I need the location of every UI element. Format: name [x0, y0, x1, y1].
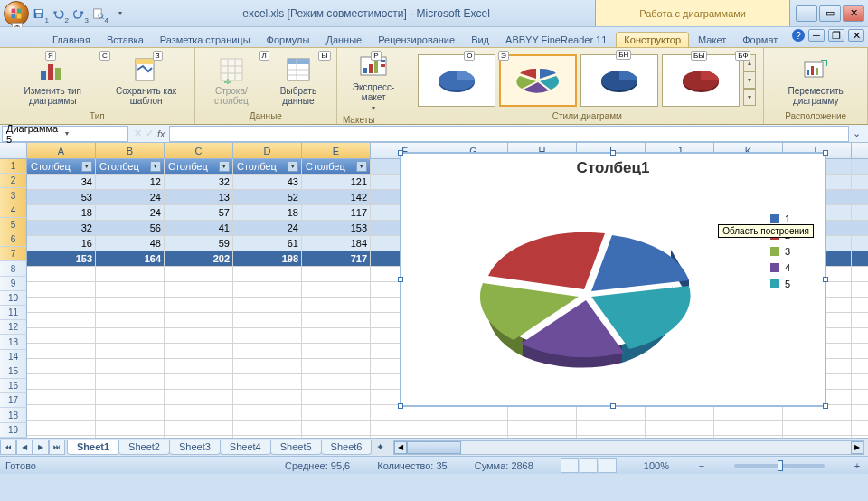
column-header[interactable]: E — [302, 143, 371, 158]
cell[interactable]: 198 — [233, 251, 302, 267]
cell[interactable] — [165, 436, 233, 438]
cell[interactable] — [27, 344, 96, 359]
cell[interactable] — [302, 421, 371, 436]
row-header[interactable]: 5 — [0, 218, 27, 232]
cell[interactable]: 16 — [27, 236, 96, 251]
cell[interactable] — [852, 298, 868, 313]
row-header[interactable]: 11 — [0, 306, 27, 320]
row-header[interactable]: 7 — [0, 247, 27, 261]
ribbon-tab[interactable]: Макет — [691, 33, 733, 47]
ribbon-tab[interactable]: Главная — [45, 33, 98, 47]
row-header[interactable]: 10 — [0, 291, 27, 306]
cell[interactable] — [302, 267, 371, 282]
view-page-break-icon[interactable] — [599, 458, 617, 473]
cell[interactable]: 53 — [27, 190, 96, 205]
cell[interactable]: 59 — [165, 236, 233, 251]
cell[interactable]: 717 — [302, 251, 371, 267]
qat-customize-icon[interactable]: ▾ — [112, 5, 128, 22]
cell[interactable] — [96, 359, 165, 374]
cell[interactable] — [714, 436, 783, 438]
chart-title[interactable]: Столбец1 — [401, 159, 825, 177]
row-header[interactable]: 12 — [0, 320, 27, 335]
chart-style-2[interactable] — [499, 54, 577, 107]
cell[interactable] — [96, 436, 165, 438]
cell[interactable]: Столбец▾ — [96, 159, 165, 175]
row-header[interactable]: 9 — [0, 277, 27, 291]
cell[interactable]: 13 — [165, 190, 233, 205]
cell[interactable]: 43 — [233, 175, 302, 190]
cell[interactable] — [27, 282, 96, 298]
ribbon-tab[interactable]: Формат — [735, 33, 785, 47]
cell[interactable] — [302, 282, 371, 298]
ribbon-tab[interactable]: Рецензирование — [371, 33, 462, 47]
cell[interactable] — [302, 313, 371, 328]
cell[interactable]: Столбец▾ — [27, 159, 96, 175]
cell[interactable] — [302, 328, 371, 344]
cell[interactable] — [233, 359, 302, 374]
legend-item[interactable]: 4 — [770, 262, 825, 273]
cell[interactable] — [783, 421, 852, 436]
change-chart-type-button[interactable]: Изменить тип диаграммы — [5, 53, 100, 108]
cell[interactable]: 142 — [302, 190, 371, 205]
cell[interactable] — [577, 436, 646, 438]
cell[interactable] — [27, 298, 96, 313]
cell[interactable] — [165, 282, 233, 298]
row-header[interactable]: 8 — [0, 261, 27, 276]
cell[interactable] — [852, 159, 868, 175]
row-header[interactable]: 17 — [0, 393, 27, 408]
cell[interactable] — [233, 405, 302, 421]
cell[interactable]: 24 — [96, 190, 165, 205]
cell[interactable] — [302, 359, 371, 374]
cell[interactable]: 24 — [96, 205, 165, 221]
hscroll-left-icon[interactable]: ◀ — [394, 441, 407, 454]
cell[interactable] — [783, 405, 852, 421]
cell[interactable] — [233, 313, 302, 328]
cell[interactable] — [96, 267, 165, 282]
cell[interactable] — [27, 405, 96, 421]
filter-icon[interactable]: ▾ — [219, 161, 230, 172]
cell[interactable] — [96, 313, 165, 328]
hscroll-thumb[interactable] — [407, 441, 461, 454]
cell[interactable] — [852, 405, 868, 421]
sheet-tab[interactable]: Sheet2 — [118, 440, 170, 455]
cell[interactable]: 57 — [165, 205, 233, 221]
cell[interactable] — [852, 421, 868, 436]
cell[interactable]: 48 — [96, 236, 165, 251]
row-header[interactable]: 14 — [0, 350, 27, 364]
cell[interactable] — [27, 390, 96, 405]
row-header[interactable]: 13 — [0, 335, 27, 349]
chart-style-1[interactable] — [418, 54, 495, 107]
cell[interactable]: 18 — [27, 205, 96, 221]
ribbon-tab[interactable]: Вид — [464, 33, 496, 47]
new-sheet-icon[interactable]: ✦ — [371, 441, 390, 453]
cell[interactable] — [852, 436, 868, 438]
move-chart-button[interactable]: Переместить диаграмму — [769, 53, 862, 108]
zoom-level[interactable]: 100% — [644, 460, 669, 471]
cell[interactable] — [233, 390, 302, 405]
office-button[interactable]: Ф — [4, 1, 29, 26]
switch-row-column-button[interactable]: Строка/столбец — [201, 53, 262, 108]
cell[interactable] — [852, 359, 868, 374]
cell[interactable] — [27, 267, 96, 282]
cell[interactable]: 121 — [302, 175, 371, 190]
cell[interactable]: 164 — [96, 251, 165, 267]
cell[interactable] — [165, 359, 233, 374]
sheet-nav-next-icon[interactable]: ▶ — [33, 440, 49, 455]
column-header[interactable]: M — [852, 143, 868, 158]
cell[interactable] — [233, 344, 302, 359]
cell[interactable] — [27, 374, 96, 390]
help-icon[interactable]: ? — [792, 29, 805, 42]
gallery-more-icon[interactable]: ▾ — [743, 89, 756, 106]
filter-icon[interactable]: ▾ — [150, 161, 161, 172]
cell[interactable] — [439, 436, 508, 438]
cell[interactable] — [165, 405, 233, 421]
zoom-slider[interactable] — [734, 464, 825, 468]
cell[interactable] — [783, 436, 852, 438]
cell[interactable] — [646, 436, 714, 438]
cancel-formula-icon[interactable]: ✕ — [134, 128, 142, 139]
plot-area[interactable] — [401, 177, 770, 394]
cell[interactable] — [165, 298, 233, 313]
cell[interactable]: 184 — [302, 236, 371, 251]
print-preview-icon[interactable]: 4 — [92, 5, 108, 22]
cell[interactable] — [852, 175, 868, 190]
